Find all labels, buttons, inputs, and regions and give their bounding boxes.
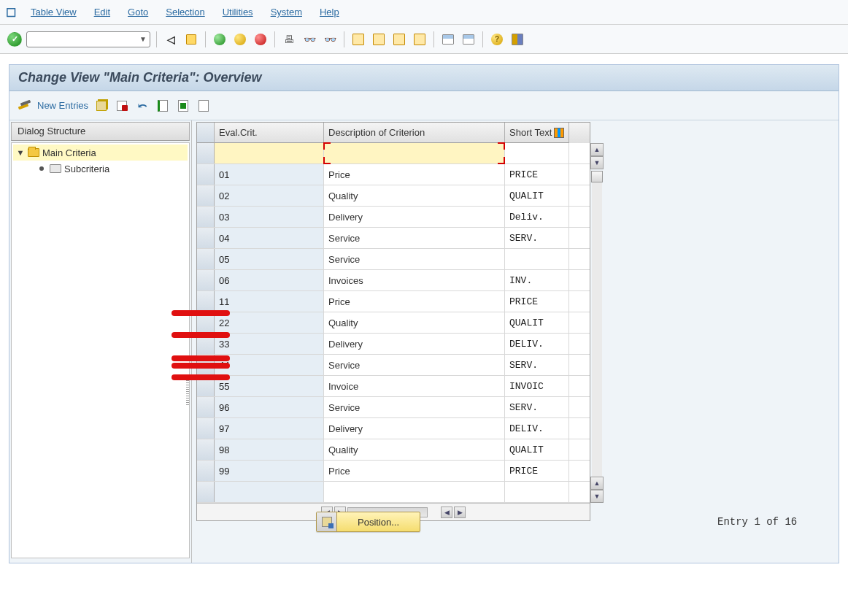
- select-all-icon[interactable]: [155, 99, 170, 113]
- table-row[interactable]: 33DeliveryDELIV.: [197, 334, 590, 355]
- table-row[interactable]: 11PricePRICE: [197, 291, 590, 312]
- row-selector[interactable]: [197, 461, 215, 481]
- table-row[interactable]: 03DeliveryDeliv.: [197, 207, 590, 228]
- scroll-down-button[interactable]: ▼: [590, 490, 604, 503]
- description-cell[interactable]: Service: [324, 397, 505, 417]
- shorttext-cell[interactable]: SERV.: [505, 355, 569, 375]
- shorttext-cell[interactable]: QUALIT: [505, 312, 569, 333]
- command-field[interactable]: ▼: [26, 31, 150, 47]
- shorttext-cell[interactable]: QUALIT: [505, 185, 569, 206]
- description-cell[interactable]: [324, 482, 505, 502]
- evalcrit-cell[interactable]: [215, 482, 324, 502]
- description-column-header[interactable]: Description of Criterion: [324, 123, 505, 143]
- description-cell[interactable]: Delivery: [324, 418, 505, 439]
- shorttext-cell[interactable]: Deliv.: [505, 207, 569, 227]
- undo-icon[interactable]: ⤺: [135, 99, 150, 113]
- row-selector[interactable]: [197, 207, 215, 227]
- evalcrit-cell[interactable]: 06: [215, 270, 324, 290]
- generate-shortcut-icon[interactable]: [460, 31, 477, 47]
- description-cell[interactable]: Delivery: [324, 207, 505, 227]
- evalcrit-cell[interactable]: 11: [215, 291, 324, 312]
- table-row[interactable]: 97DeliveryDELIV.: [197, 418, 590, 439]
- select-block-icon[interactable]: [176, 99, 190, 113]
- evalcrit-cell[interactable]: 03: [215, 207, 324, 227]
- menu-edit[interactable]: Edit: [88, 4, 116, 20]
- vertical-scrollbar[interactable]: ▲ ▼ ▲ ▼: [590, 143, 604, 503]
- row-selector[interactable]: [197, 397, 215, 417]
- back-icon[interactable]: ◁: [163, 31, 179, 47]
- description-cell[interactable]: Quality: [324, 185, 505, 206]
- menu-selection[interactable]: Selection: [160, 4, 210, 20]
- evalcrit-column-header[interactable]: Eval.Crit.: [215, 123, 324, 143]
- enter-button[interactable]: ✓: [7, 32, 22, 47]
- create-session-icon[interactable]: [440, 31, 456, 47]
- next-page-icon[interactable]: [391, 31, 407, 47]
- table-row[interactable]: 96ServiceSERV.: [197, 397, 590, 418]
- shorttext-cell[interactable]: [505, 143, 569, 163]
- evalcrit-cell[interactable]: 44: [215, 355, 324, 375]
- row-selector[interactable]: [197, 439, 215, 460]
- description-cell[interactable]: [324, 143, 505, 163]
- shorttext-cell[interactable]: PRICE: [505, 291, 569, 312]
- table-row[interactable]: 99PricePRICE: [197, 461, 590, 482]
- splitter-grip[interactable]: [186, 376, 189, 405]
- shorttext-cell[interactable]: INV.: [505, 270, 569, 290]
- description-cell[interactable]: Service: [324, 228, 505, 248]
- evalcrit-cell[interactable]: 04: [215, 228, 324, 248]
- evalcrit-cell[interactable]: 97: [215, 418, 324, 439]
- last-page-icon[interactable]: [412, 31, 428, 47]
- shorttext-cell[interactable]: DELIV.: [505, 418, 569, 439]
- description-cell[interactable]: Invoice: [324, 376, 505, 396]
- column-config-icon[interactable]: [554, 128, 564, 138]
- menu-help[interactable]: Help: [314, 4, 345, 20]
- evalcrit-cell[interactable]: 22: [215, 312, 324, 333]
- description-cell[interactable]: Quality: [324, 439, 505, 460]
- new-entries-button[interactable]: New Entries: [37, 100, 88, 111]
- description-cell[interactable]: Service: [324, 355, 505, 375]
- description-cell[interactable]: Price: [324, 461, 505, 481]
- row-selector[interactable]: [197, 270, 215, 290]
- row-selector[interactable]: [197, 185, 215, 206]
- scroll-down-button[interactable]: ▼: [590, 156, 604, 169]
- row-selector[interactable]: [197, 143, 215, 163]
- tree-node-main-criteria[interactable]: ▼ Main Criteria: [13, 145, 188, 161]
- row-selector[interactable]: [197, 482, 215, 502]
- shorttext-cell[interactable]: SERV.: [505, 228, 569, 248]
- shorttext-cell[interactable]: [505, 249, 569, 269]
- save-icon[interactable]: [183, 31, 199, 47]
- shorttext-cell[interactable]: PRICE: [505, 164, 569, 185]
- row-selector[interactable]: [197, 228, 215, 248]
- tree-toggle-icon[interactable]: ▼: [16, 148, 25, 157]
- menu-system[interactable]: System: [265, 4, 308, 20]
- help-icon[interactable]: ?: [489, 31, 505, 47]
- shorttext-cell[interactable]: INVOIC: [505, 376, 569, 396]
- evalcrit-cell[interactable]: 98: [215, 439, 324, 460]
- table-row[interactable]: 22QualityQUALIT: [197, 312, 590, 334]
- description-cell[interactable]: Delivery: [324, 334, 505, 354]
- table-row[interactable]: [197, 482, 590, 503]
- scroll-track[interactable]: [592, 182, 602, 477]
- table-row[interactable]: 06InvoicesINV.: [197, 270, 590, 291]
- delete-icon[interactable]: [115, 99, 129, 113]
- shorttext-cell[interactable]: DELIV.: [505, 334, 569, 354]
- evalcrit-cell[interactable]: 02: [215, 185, 324, 206]
- print-icon[interactable]: 🖶: [281, 31, 297, 47]
- table-row[interactable]: 44ServiceSERV.: [197, 355, 590, 376]
- scroll-thumb[interactable]: [591, 171, 603, 182]
- evalcrit-cell[interactable]: 05: [215, 249, 324, 269]
- tree-node-subcriteria[interactable]: Subcriteria: [13, 161, 188, 177]
- menu-utilities[interactable]: Utilities: [217, 4, 259, 20]
- evalcrit-cell[interactable]: 33: [215, 334, 324, 354]
- table-row[interactable]: 98QualityQUALIT: [197, 439, 590, 461]
- change-icon[interactable]: [17, 99, 31, 112]
- shorttext-cell[interactable]: QUALIT: [505, 439, 569, 460]
- menu-goto[interactable]: Goto: [122, 4, 154, 20]
- find-icon[interactable]: 👓: [301, 31, 317, 47]
- copy-as-icon[interactable]: [94, 99, 109, 113]
- description-cell[interactable]: Service: [324, 249, 505, 269]
- description-cell[interactable]: Price: [324, 291, 505, 312]
- dropdown-icon[interactable]: ▼: [139, 35, 147, 43]
- deselect-all-icon[interactable]: [196, 99, 211, 113]
- position-button[interactable]: Position...: [316, 512, 420, 532]
- shorttext-column-header[interactable]: Short Text: [505, 123, 569, 143]
